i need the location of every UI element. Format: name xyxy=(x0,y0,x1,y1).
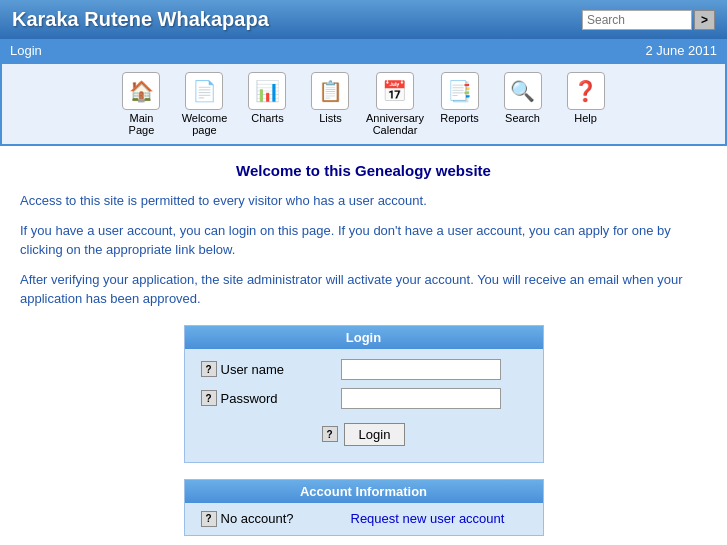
main-content: Welcome to this Genealogy website Access… xyxy=(0,146,727,545)
login-bar-label: Login xyxy=(10,43,42,58)
nav-label-main-page: MainPage xyxy=(129,112,155,136)
account-form-header: Account Information xyxy=(185,480,543,503)
nav-label-reports: Reports xyxy=(440,112,479,124)
nav-label-lists: Lists xyxy=(319,112,342,124)
main-page-icon: 🏠 xyxy=(122,72,160,110)
username-input[interactable] xyxy=(341,359,501,380)
submit-row: ? Login xyxy=(201,417,527,452)
login-bar: Login 2 June 2011 xyxy=(0,39,727,62)
nav-item-search[interactable]: 🔍 Search xyxy=(495,72,550,136)
site-title: Karaka Rutene Whakapapa xyxy=(12,8,269,31)
nav-item-anniversary-calendar[interactable]: 📅 AnniversaryCalendar xyxy=(366,72,424,136)
username-help-icon[interactable]: ? xyxy=(201,361,217,377)
login-form-header: Login xyxy=(185,326,543,349)
nav-item-help[interactable]: ❓ Help xyxy=(558,72,613,136)
search-button[interactable]: > xyxy=(694,10,715,30)
password-help-icon[interactable]: ? xyxy=(201,390,217,406)
account-form-body: ? No account? Request new user account xyxy=(185,503,543,535)
search-input[interactable] xyxy=(582,10,692,30)
nav-item-welcome-page[interactable]: 📄 Welcomepage xyxy=(177,72,232,136)
para3: After verifying your application, the si… xyxy=(20,270,707,309)
nav-item-charts[interactable]: 📊 Charts xyxy=(240,72,295,136)
password-input[interactable] xyxy=(341,388,501,409)
nav-item-lists[interactable]: 📋 Lists xyxy=(303,72,358,136)
password-label: ? Password xyxy=(201,390,341,406)
welcome-title: Welcome to this Genealogy website xyxy=(20,162,707,179)
login-bar-date: 2 June 2011 xyxy=(645,43,717,58)
login-form-container: Login ? User name ? Password ? Login xyxy=(184,325,544,463)
username-row: ? User name xyxy=(201,359,527,380)
nav-label-charts: Charts xyxy=(251,112,283,124)
lists-icon: 📋 xyxy=(311,72,349,110)
nav-label-help: Help xyxy=(574,112,597,124)
anniversary-calendar-icon: 📅 xyxy=(376,72,414,110)
no-account-label: ? No account? xyxy=(201,511,351,527)
charts-icon: 📊 xyxy=(248,72,286,110)
account-form-container: Account Information ? No account? Reques… xyxy=(184,479,544,536)
nav-item-main-page[interactable]: 🏠 MainPage xyxy=(114,72,169,136)
login-help-icon[interactable]: ? xyxy=(322,426,338,442)
para1: Access to this site is permitted to ever… xyxy=(20,191,707,211)
login-button[interactable]: Login xyxy=(344,423,406,446)
search-bar: > xyxy=(582,10,715,30)
nav-label-search: Search xyxy=(505,112,540,124)
reports-icon: 📑 xyxy=(441,72,479,110)
login-form-body: ? User name ? Password ? Login xyxy=(185,349,543,462)
welcome-page-icon: 📄 xyxy=(185,72,223,110)
no-account-help-icon[interactable]: ? xyxy=(201,511,217,527)
nav-toolbar: 🏠 MainPage 📄 Welcomepage 📊 Charts 📋 List… xyxy=(0,62,727,146)
username-label: ? User name xyxy=(201,361,341,377)
nav-label-welcome-page: Welcomepage xyxy=(182,112,228,136)
nav-label-anniversary-calendar: AnniversaryCalendar xyxy=(366,112,424,136)
nav-item-reports[interactable]: 📑 Reports xyxy=(432,72,487,136)
password-row: ? Password xyxy=(201,388,527,409)
para2: If you have a user account, you can logi… xyxy=(20,221,707,260)
search-nav-icon: 🔍 xyxy=(504,72,542,110)
request-account-link[interactable]: Request new user account xyxy=(351,511,505,526)
header: Karaka Rutene Whakapapa > xyxy=(0,0,727,39)
help-icon: ❓ xyxy=(567,72,605,110)
